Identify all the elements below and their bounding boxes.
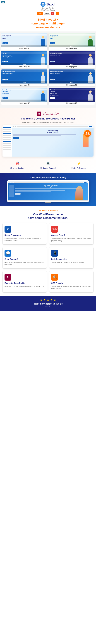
svg-point-1: [43, 4, 43, 5]
header: WP Bixol Cleaning Service WordPress Them…: [0, 0, 96, 16]
demo-item-05[interactable]: We are ProfessionalsCleaning Service Get…: [1, 70, 48, 86]
redux-title: Redux Framework: [4, 234, 45, 236]
laptop-stand: [45, 202, 51, 203]
elementor-title: The World's Leading WordPress Page Build…: [2, 117, 94, 120]
support-desc: Get a high quality support service with …: [4, 261, 45, 266]
allinone-icon: 🎯: [14, 160, 20, 166]
demo-item-04[interactable]: We are ProfessionalCleaning Service Get …: [48, 51, 95, 68]
extra-badge: 7: [56, 12, 59, 15]
support-logo-icon: 💬: [4, 250, 12, 256]
laptop-screen: We are ProfessionalCleaning Services: [8, 181, 88, 200]
star-4: ★: [50, 298, 53, 302]
responsive-section: Fully Responsive and Retina Ready We are…: [0, 173, 96, 206]
bottom-cta: ★ ★ ★ ★ ★ Please don't forget to rate us…: [0, 296, 96, 311]
seo-desc: Theme perfectly supports Search-engine a…: [51, 285, 92, 290]
feature-card-support: 💬 Great Support! Get a high quality supp…: [2, 247, 47, 268]
demo-item-01[interactable]: Best cleaningservice intown! Get a Quote…: [1, 33, 48, 50]
elementor-brand: elementor: [42, 112, 59, 116]
demo-label-01: Home page 01: [1, 47, 48, 50]
demo-item-02[interactable]: Best cleaningservice ishere! Get a Quote…: [48, 33, 95, 50]
wpml-badge: WPML: [44, 12, 50, 15]
demo-label-05: Home page 05: [1, 84, 48, 86]
feature-card-responsive: 📱 Fully Responsive Theme perfectly creat…: [49, 247, 94, 268]
watermark: WR 海: [2, 305, 94, 308]
hero-heading: Bixol have 16+ (one page + multi page) a…: [3, 18, 93, 29]
responsive-logo-icon: 📱: [51, 250, 58, 256]
hero-title-section: Bixol have 16+ (one page + multi page) a…: [0, 16, 96, 32]
demo-item-08[interactable]: ProfessionalCleaningService YourNeed and…: [48, 88, 95, 105]
laptop-sidebar: [9, 184, 14, 197]
cf7-desc: The extension can be of great help to em…: [51, 237, 92, 242]
features-grid: R Redux Framework Redux is a simple, tru…: [2, 223, 94, 292]
elementor-features: 🎯 All-in-one Solution 💻 No Coding Requir…: [2, 159, 94, 171]
logo-text: Bixol: [46, 2, 56, 6]
mockup-heading: Best cleaningservice in town!: [13, 130, 92, 133]
features-section: Our theme is excellent! Our WordPress th…: [0, 206, 96, 296]
demo-row-4: Best cleaningService inis to serve! Get …: [1, 88, 95, 105]
demo-item-06[interactable]: We Are Best CleaningService You NeedAnd …: [48, 70, 95, 86]
elementor-subtitle: Join 4,000,000+ Professionals Who Build …: [2, 121, 94, 123]
header-badges: 18+ WPML CF 7 7: [2, 12, 94, 15]
redux-desc: Redux is a simple, truly extensible opti…: [4, 237, 45, 242]
feature-card-elementor: E Elementor Page Builder Developers can …: [2, 271, 47, 292]
logo-icon: [40, 2, 46, 7]
feature-card-cf7: CONTACT FORM 7 Contact Form 7 The extens…: [49, 223, 94, 244]
responsive-title-card: Fully Responsive: [51, 258, 92, 260]
faster-icon: ⚡: [76, 160, 82, 166]
star-3: ★: [47, 298, 49, 302]
demo-label-07: Home page 07: [1, 102, 48, 105]
cta-text: Please don't forget to rate us!: [2, 302, 94, 305]
logo-row: Bixol: [2, 2, 94, 7]
nocoding-title: No Coding Required: [34, 167, 62, 169]
demo-label-08: Home page 08: [48, 102, 95, 105]
star-2: ★: [43, 298, 46, 302]
star-1: ★: [40, 298, 42, 302]
elementor-card-logo-icon: E: [4, 274, 12, 280]
laptop-mockup: We are ProfessionalCleaning Services: [7, 180, 89, 202]
laptop-figure: [76, 186, 83, 200]
feature-card-redux: R Redux Framework Redux is a simple, tru…: [2, 223, 47, 244]
cf7-logo-icon: CONTACT FORM 7: [51, 226, 58, 232]
responsive-title: Fully Responsive and Retina Ready: [2, 176, 94, 179]
seo-title: SEO Friendly: [51, 282, 92, 284]
laptop-base: [8, 200, 88, 201]
demo-item-03[interactable]: We areProfessionalsCleaning Service Get …: [1, 51, 48, 68]
demo-label-02: Home page 02: [48, 47, 95, 50]
redux-logo-icon: R: [4, 226, 12, 232]
demo-label-06: Home page 06: [48, 84, 95, 86]
features-tag: Our theme is excellent!: [2, 210, 94, 212]
demo-label-03: Home page 03: [1, 65, 48, 68]
support-title: Great Support!: [4, 258, 45, 260]
allinone-title: All-in-one Solution: [4, 167, 31, 169]
elementor-section: E elementor The World's Leading WordPres…: [0, 108, 96, 173]
stars-row: ★ ★ ★ ★ ★: [2, 298, 94, 302]
elementor-logo-row: E elementor: [2, 112, 94, 116]
el-feature-faster: ⚡ Faster Performence: [64, 159, 94, 171]
nocoding-icon: 💻: [45, 160, 51, 166]
cf7-badge: CF 7: [51, 12, 54, 15]
wp-badge: WP: [1, 1, 5, 4]
responsive-desc: Theme perfectly created for all types of…: [51, 261, 92, 264]
demo-row-3: We are ProfessionalsCleaning Service Get…: [1, 70, 95, 86]
demo-item-07[interactable]: Best cleaningService inis to serve! Get …: [1, 88, 48, 105]
el-feature-allinone: 🎯 All-in-one Solution: [2, 159, 32, 171]
mockup-sidebar: [2, 126, 12, 156]
demo-row-1: Best cleaningservice intown! Get a Quote…: [1, 33, 95, 50]
demos-badge: 18+: [37, 12, 43, 15]
widgets-badge: 55 Widgets: [84, 130, 91, 137]
features-title: Our WordPress theme have some awesome fe…: [2, 213, 94, 220]
demo-grid: Best cleaningservice intown! Get a Quote…: [0, 32, 96, 108]
header-subtitle: Cleaning Service WordPress Theme: [2, 7, 94, 11]
elementor-mockup: Best cleaningservice in town! 55 Widgets: [2, 126, 94, 156]
elementor-e-icon: E: [37, 112, 41, 116]
faster-title: Faster Performence: [65, 167, 92, 169]
seo-logo-icon: 🔍: [51, 274, 58, 280]
mockup-main: Best cleaningservice in town!: [12, 126, 94, 156]
elementor-card-title: Elementor Page Builder: [4, 282, 45, 284]
feature-card-seo: 🔍 SEO Friendly Theme perfectly supports …: [49, 271, 94, 292]
star-5: ★: [54, 298, 56, 302]
cf7-title: Contact Form 7: [51, 234, 92, 236]
laptop-wrapper: We are ProfessionalCleaning Services: [2, 180, 94, 203]
demo-row-2: We areProfessionalsCleaning Service Get …: [1, 51, 95, 68]
el-feature-nocoding: 💻 No Coding Required: [33, 159, 63, 171]
